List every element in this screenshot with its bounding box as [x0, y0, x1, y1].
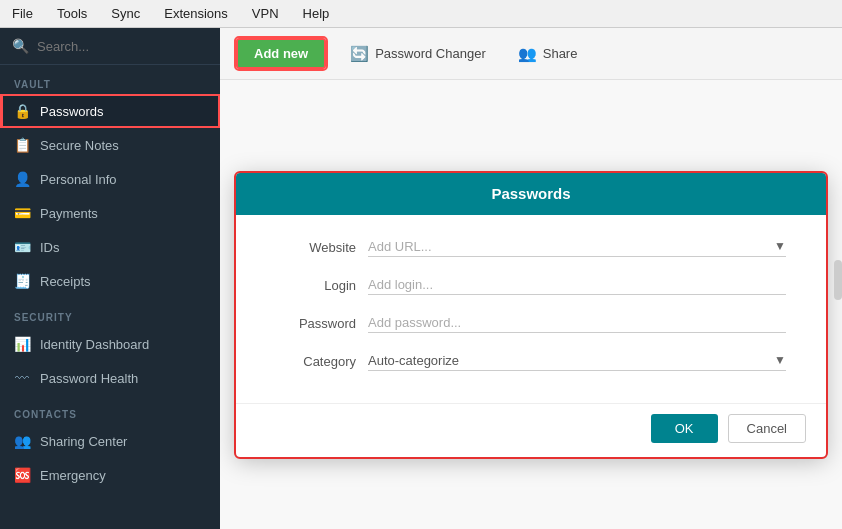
main-content: Add new 🔄 Password Changer 👥 Share Passw… — [220, 28, 842, 529]
menu-vpn[interactable]: VPN — [248, 4, 283, 23]
sidebar-item-receipts[interactable]: 🧾 Receipts — [0, 264, 220, 298]
category-label: Category — [276, 354, 356, 369]
sidebar-item-password-health-label: Password Health — [40, 371, 138, 386]
password-changer-label: Password Changer — [375, 46, 486, 61]
sidebar-item-payments-label: Payments — [40, 206, 98, 221]
website-dropdown-arrow[interactable]: ▼ — [774, 239, 786, 253]
sidebar-item-emergency[interactable]: 🆘 Emergency — [0, 458, 220, 492]
modal-header: Passwords — [236, 173, 826, 215]
user-icon: 👤 — [14, 171, 30, 187]
sidebar-item-emergency-label: Emergency — [40, 468, 106, 483]
category-row: Category Auto-categorize ▼ — [276, 353, 786, 371]
menu-file[interactable]: File — [8, 4, 37, 23]
login-row: Login — [276, 277, 786, 295]
sidebar-item-receipts-label: Receipts — [40, 274, 91, 289]
app-body: 🔍 VAULT 🔒 Passwords 📋 Secure Notes 👤 Per… — [0, 28, 842, 529]
website-row: Website ▼ — [276, 239, 786, 257]
login-input[interactable] — [368, 277, 786, 292]
password-label: Password — [276, 316, 356, 331]
vault-section-label: VAULT — [0, 65, 220, 94]
sidebar-item-identity-dashboard-label: Identity Dashboard — [40, 337, 149, 352]
sidebar-item-sharing-center-label: Sharing Center — [40, 434, 127, 449]
password-row: Password — [276, 315, 786, 333]
sidebar-item-identity-dashboard[interactable]: 📊 Identity Dashboard — [0, 327, 220, 361]
sidebar-item-password-health[interactable]: 〰 Password Health — [0, 361, 220, 395]
sidebar-item-personal-info-label: Personal Info — [40, 172, 117, 187]
menu-tools[interactable]: Tools — [53, 4, 91, 23]
emergency-icon: 🆘 — [14, 467, 30, 483]
content-area: Passwords Website ▼ — [220, 80, 842, 529]
share-icon: 👥 — [518, 45, 537, 63]
sidebar-item-payments[interactable]: 💳 Payments — [0, 196, 220, 230]
health-icon: 〰 — [14, 370, 30, 386]
menu-extensions[interactable]: Extensions — [160, 4, 232, 23]
toolbar: Add new 🔄 Password Changer 👥 Share — [220, 28, 842, 80]
sidebar-item-passwords-label: Passwords — [40, 104, 104, 119]
modal-title: Passwords — [491, 185, 570, 202]
login-label: Login — [276, 278, 356, 293]
menu-bar: File Tools Sync Extensions VPN Help — [0, 0, 842, 28]
sidebar: 🔍 VAULT 🔒 Passwords 📋 Secure Notes 👤 Per… — [0, 28, 220, 529]
dashboard-icon: 📊 — [14, 336, 30, 352]
sidebar-item-ids-label: IDs — [40, 240, 60, 255]
sharing-icon: 👥 — [14, 433, 30, 449]
password-control — [368, 315, 786, 333]
sidebar-search-container: 🔍 — [0, 28, 220, 65]
contacts-section-label: CONTACTS — [0, 395, 220, 424]
login-control — [368, 277, 786, 295]
search-icon: 🔍 — [12, 38, 29, 54]
website-input[interactable] — [368, 239, 774, 254]
sidebar-item-secure-notes-label: Secure Notes — [40, 138, 119, 153]
search-input[interactable] — [37, 39, 208, 54]
note-icon: 📋 — [14, 137, 30, 153]
ok-button[interactable]: OK — [651, 414, 718, 443]
sidebar-item-sharing-center[interactable]: 👥 Sharing Center — [0, 424, 220, 458]
lock-icon: 🔒 — [14, 103, 30, 119]
menu-sync[interactable]: Sync — [107, 4, 144, 23]
category-value: Auto-categorize — [368, 353, 774, 368]
website-label: Website — [276, 240, 356, 255]
sidebar-item-personal-info[interactable]: 👤 Personal Info — [0, 162, 220, 196]
passwords-modal: Passwords Website ▼ — [236, 173, 826, 457]
receipt-icon: 🧾 — [14, 273, 30, 289]
card-icon: 💳 — [14, 205, 30, 221]
modal-overlay: Passwords Website ▼ — [220, 80, 842, 529]
scroll-handle[interactable] — [834, 260, 842, 300]
share-label: Share — [543, 46, 578, 61]
sidebar-item-passwords[interactable]: 🔒 Passwords — [0, 94, 220, 128]
modal-body: Website ▼ Login — [236, 215, 826, 403]
category-control: Auto-categorize ▼ — [368, 353, 786, 371]
password-input[interactable] — [368, 315, 786, 330]
share-button[interactable]: 👥 Share — [510, 41, 586, 67]
sidebar-item-secure-notes[interactable]: 📋 Secure Notes — [0, 128, 220, 162]
password-changer-icon: 🔄 — [350, 45, 369, 63]
security-section-label: SECURITY — [0, 298, 220, 327]
cancel-button[interactable]: Cancel — [728, 414, 806, 443]
password-changer-button[interactable]: 🔄 Password Changer — [342, 41, 494, 67]
website-control: ▼ — [368, 239, 786, 257]
sidebar-item-ids[interactable]: 🪪 IDs — [0, 230, 220, 264]
add-new-button[interactable]: Add new — [236, 38, 326, 69]
menu-help[interactable]: Help — [299, 4, 334, 23]
id-icon: 🪪 — [14, 239, 30, 255]
category-dropdown-arrow[interactable]: ▼ — [774, 353, 786, 367]
modal-footer: OK Cancel — [236, 403, 826, 457]
